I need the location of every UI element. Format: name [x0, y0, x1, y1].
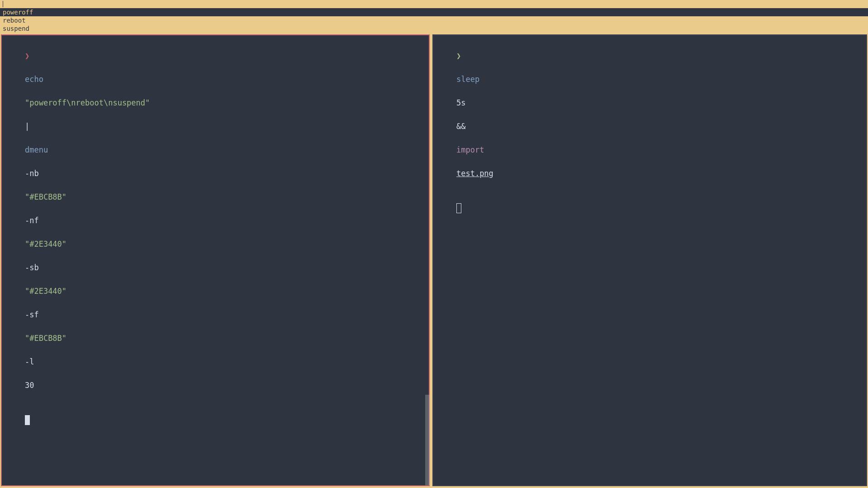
- token-flag-l: -l: [25, 357, 34, 366]
- token-val-l: 30: [25, 381, 34, 390]
- token-echo-arg: "poweroff\nreboot\nsuspend": [25, 98, 150, 107]
- token-flag-sf: -sf: [25, 310, 39, 319]
- dmenu-item-label: reboot: [3, 16, 26, 24]
- token-flag-nb: -nb: [25, 169, 39, 178]
- cursor-block-icon: [25, 415, 30, 425]
- token-echo: echo: [25, 75, 43, 84]
- token-import-arg: test.png: [456, 169, 493, 178]
- terminal-left[interactable]: ❯ echo "poweroff\nreboot\nsuspend" | dme…: [1, 34, 430, 486]
- dmenu-item-poweroff[interactable]: poweroff: [0, 8, 868, 16]
- token-sleep: sleep: [456, 75, 479, 84]
- token-import: import: [456, 145, 484, 154]
- token-flag-nf: -nf: [25, 216, 39, 225]
- dmenu-item-label: poweroff: [3, 8, 33, 16]
- token-pipe: |: [25, 122, 29, 131]
- dmenu-item-label: suspend: [3, 24, 29, 33]
- dmenu-input[interactable]: [0, 0, 868, 8]
- dmenu-input-cursor-icon: [3, 1, 3, 7]
- prompt-icon: ❯: [456, 51, 461, 60]
- dmenu-item-suspend[interactable]: suspend: [0, 24, 868, 33]
- token-sleep-arg: 5s: [456, 98, 465, 107]
- token-and: &&: [456, 122, 465, 131]
- cursor-hollow-icon: [456, 203, 461, 213]
- token-val-nf: "#2E3440": [25, 239, 66, 249]
- prompt-icon: ❯: [25, 51, 29, 60]
- dmenu-overlay[interactable]: poweroff reboot suspend: [0, 0, 868, 33]
- token-val-sb: "#2E3440": [25, 287, 66, 296]
- token-flag-sb: -sb: [25, 263, 39, 272]
- token-val-nb: "#EBCB8B": [25, 192, 66, 201]
- token-dmenu: dmenu: [25, 145, 48, 154]
- dmenu-item-reboot[interactable]: reboot: [0, 16, 868, 24]
- tile-container: ❯ echo "poweroff\nreboot\nsuspend" | dme…: [1, 34, 867, 486]
- token-val-sf: "#EBCB8B": [25, 334, 66, 343]
- terminal-right[interactable]: ❯ sleep 5s && import test.png: [432, 34, 867, 486]
